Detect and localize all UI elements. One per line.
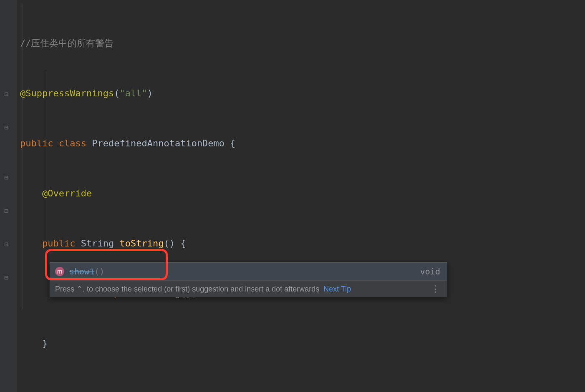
code-line: } (20, 335, 585, 352)
fold-icon[interactable]: ⊟ (4, 203, 8, 219)
fold-icon[interactable]: ⊟ (4, 119, 8, 136)
completion-suggestion-name: show1 (69, 264, 94, 279)
code-line: @Override (20, 185, 585, 202)
completion-suggestion-params: () (94, 264, 104, 279)
code-line: //压住类中的所有警告 (20, 35, 585, 52)
completion-item[interactable]: m show1() void (50, 263, 447, 280)
next-tip-link[interactable]: Next Tip (323, 281, 351, 297)
completion-return-type: void (420, 264, 440, 279)
code-line: @SuppressWarnings("all") (20, 85, 585, 102)
fold-icon[interactable]: ⊟ (4, 269, 8, 286)
comment-text: //压住类中的所有警告 (20, 38, 114, 48)
fold-icon[interactable]: ⊟ (4, 236, 8, 253)
fold-icon[interactable]: ⊟ (4, 86, 8, 103)
code-editor[interactable]: //压住类中的所有警告 @SuppressWarnings("all") pub… (17, 0, 585, 392)
editor-gutter: ⊟ ⊟ ⊟ ⊟ ⊟ ⊟ (0, 0, 17, 392)
method-icon: m (55, 267, 64, 276)
code-line: public String toString() { (20, 235, 585, 252)
code-line (20, 385, 585, 392)
completion-hint-bar: Press ⌃. to choose the selected (or firs… (50, 280, 447, 297)
completion-hint-text: Press ⌃. to choose the selected (or firs… (55, 281, 319, 297)
fold-icon[interactable]: ⊟ (4, 169, 8, 186)
code-line: public class PredefinedAnnotationDemo { (20, 135, 585, 152)
code-completion-popup: m show1() void Press ⌃. to choose the se… (50, 262, 447, 297)
completion-menu-icon[interactable]: ⋮ (428, 281, 442, 297)
